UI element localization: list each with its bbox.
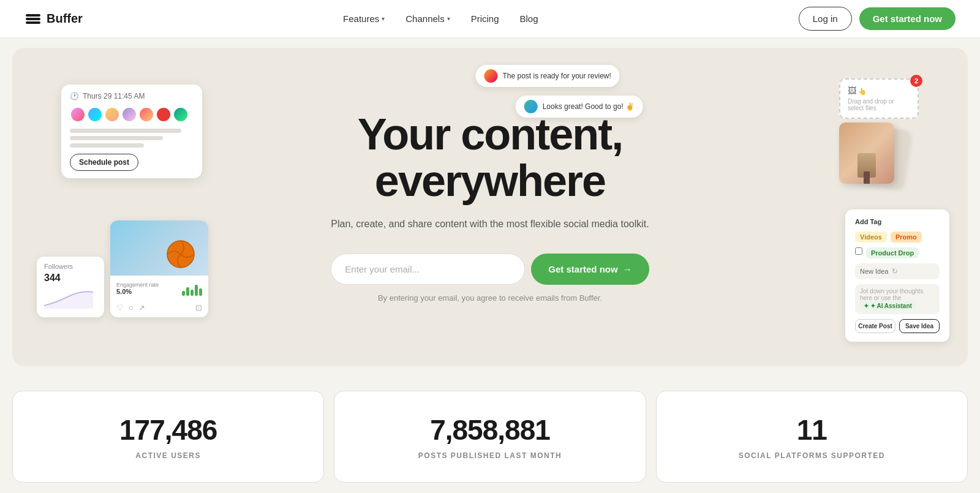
nav-channels[interactable]: Channels ▾ [397,9,458,29]
create-post-button[interactable]: Create Post [855,319,895,333]
channels-chevron-icon: ▾ [447,15,450,22]
comment-icon: ○ [129,303,134,312]
refresh-icon: ↻ [892,267,898,276]
mini-bar-chart [182,280,202,296]
followers-card: Followers 344 [37,257,104,317]
posts-published-label: POSTS PUBLISHED LAST MONTH [352,451,628,460]
save-idea-button[interactable]: Save Idea [899,319,940,333]
arrow-right-icon: → [623,264,632,274]
avatar [104,107,120,122]
avatar [70,107,86,122]
cursor-icon: 👆 [858,88,867,95]
tag-promo[interactable]: Promo [891,231,922,243]
schedule-post-button[interactable]: Schedule post [70,154,138,171]
tag-list: Videos Promo [855,231,940,243]
tag-product-drop[interactable]: Product Drop [866,247,919,258]
avatar [173,107,189,122]
share-icon: ↗ [138,303,145,312]
review-bubble: The post is ready for your review! [475,65,619,87]
tag-action-row: Create Post Save Idea [855,319,940,333]
stat-posts-published: 7,858,881 POSTS PUBLISHED LAST MONTH [334,391,646,483]
post-actions: ♡ ○ ↗ ⊡ [110,301,208,317]
avatars-row [70,107,194,122]
avatar [156,107,172,122]
social-platforms-number: 11 [674,413,950,446]
drag-drop-area[interactable]: 🖼 👆 2 Drag and drop or select files [839,78,919,119]
stat-active-users: 177,486 ACTIVE USERS [12,391,324,483]
tag-videos[interactable]: Videos [855,231,887,243]
get-started-nav-button[interactable]: Get started now [859,7,956,30]
login-button[interactable]: Log in [799,7,852,31]
photo-front [839,122,894,184]
photo-upload-card: 🖼 👆 2 Drag and drop or select files [839,78,919,186]
avatar [121,107,137,122]
nav-links: Features ▾ Channels ▾ Pricing Blog [334,9,546,29]
post-image [110,220,208,276]
followers-chart [44,287,93,309]
features-chevron-icon: ▾ [382,15,385,22]
social-platforms-label: SOCIAL PLATFORMS SUPPORTED [674,451,950,460]
new-idea-label: New Idea [860,268,888,275]
add-tag-card: Add Tag Videos Promo Product Drop New Id… [845,209,949,342]
bookmark-icon: ⊡ [195,303,202,312]
nav-actions: Log in Get started now [799,7,956,31]
ai-badge: ✦ ✦ AI Assistant [860,301,916,310]
post-preview-card: Engagement rate 5.0% ♡ ○ ↗ ⊡ [110,220,208,317]
add-tag-title: Add Tag [855,218,940,225]
hero-section: 🕐 Thurs 29 11:45 AM Schedule post The po… [12,48,968,366]
active-users-number: 177,486 [30,413,306,446]
avatar [87,107,103,122]
stats-section: 177,486 ACTIVE USERS 7,858,881 POSTS PUB… [0,376,980,493]
hero-disclaimer: By entering your email, you agree to rec… [331,293,649,303]
stat-social-platforms: 11 SOCIAL PLATFORMS SUPPORTED [656,391,968,483]
logo[interactable]: Buffer [24,10,83,28]
photo-stack [839,122,894,184]
email-input[interactable] [331,254,525,285]
basketball-icon [165,239,196,269]
svg-rect-2 [26,21,40,24]
nav-pricing[interactable]: Pricing [462,9,508,29]
posts-published-number: 7,858,881 [352,413,628,446]
avatar [138,107,154,122]
nav-blog[interactable]: Blog [511,9,547,29]
post-stats: Engagement rate 5.0% [110,276,208,301]
ai-icon: ✦ [864,303,869,309]
hero-subtitle: Plan, create, and share content with the… [331,217,649,231]
review-avatar [484,69,497,83]
schedule-card: 🕐 Thurs 29 11:45 AM Schedule post [61,85,202,178]
navbar: Buffer Features ▾ Channels ▾ Pricing Blo… [0,0,980,38]
analytics-section: Followers 344 Engagement rate 5.0% [37,220,208,317]
svg-rect-1 [26,18,40,20]
hero-content: Your content, everywhere Plan, create, a… [331,111,649,302]
buffer-logo-icon [24,10,42,28]
active-users-label: ACTIVE USERS [30,451,306,460]
hero-title: Your content, everywhere [331,111,649,204]
followers-count: 344 [44,273,97,284]
clock-icon: 🕐 [70,92,79,100]
get-started-hero-button[interactable]: Get started now → [531,254,649,285]
product-drop-checkbox[interactable] [855,247,862,255]
logo-text: Buffer [47,12,83,26]
nav-features[interactable]: Features ▾ [334,9,393,29]
hero-form: Get started now → [331,254,649,285]
photo-badge: 2 [910,75,922,87]
schedule-time: 🕐 Thurs 29 11:45 AM [70,92,194,100]
drag-drop-text: Drag and drop or select files [848,98,910,111]
new-idea-row: New Idea ↻ [855,263,940,279]
followers-label: Followers [44,263,97,270]
idea-textarea[interactable]: Jot down your thoughts here or use the ✦… [855,284,940,314]
image-icon: 🖼 [848,86,856,96]
tag-list-2: Product Drop [855,247,940,258]
svg-rect-0 [26,14,40,17]
heart-icon: ♡ [116,303,124,312]
content-lines [70,129,194,148]
